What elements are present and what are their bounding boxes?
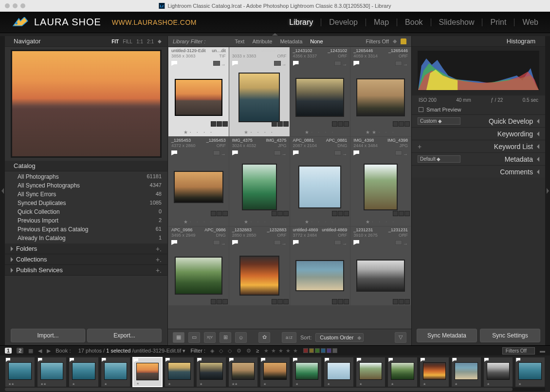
flag-icon[interactable]	[232, 240, 238, 245]
fs-thumbnail[interactable]	[391, 362, 414, 380]
folders-header[interactable]: Folders +.	[5, 243, 167, 254]
grid-cell[interactable]: untitled-3651untitled-36513033 x 3383ORF…	[229, 47, 290, 136]
fs-thumbnail[interactable]	[8, 362, 32, 380]
filmstrip-cell[interactable]: ★	[165, 357, 195, 387]
flag-icon[interactable]	[232, 150, 238, 155]
filter-dropdown-icon[interactable]: ◆	[393, 38, 397, 44]
filter-settings-icon[interactable]: ⚙	[237, 348, 241, 354]
survey-view-button[interactable]: ⊞	[220, 332, 231, 343]
flag-picked-filter-icon[interactable]: ◈	[210, 348, 214, 354]
fs-flag-icon[interactable]	[293, 358, 297, 362]
flag-icon[interactable]	[293, 240, 299, 245]
catalog-item[interactable]: Already In Catalog1	[5, 234, 167, 243]
monitor-2-button[interactable]: 2	[17, 348, 23, 354]
grid-cell[interactable]: _1243102_12431024356 x 3337ORF★ · · · ·	[290, 47, 350, 136]
thumbnail[interactable]	[175, 79, 222, 116]
grid-cell[interactable]: _1231231_12312313910 x 2675ORF	[350, 226, 411, 305]
navigator-header[interactable]: Navigator FITFILL1:12:1 ◆	[5, 36, 167, 47]
thumb-badge[interactable]	[213, 240, 220, 245]
flag-icon[interactable]	[293, 150, 299, 155]
grid-cell[interactable]: IMG_4398IMG_43982444 x 3484JPG★ · · · ·	[350, 137, 411, 226]
painter-button[interactable]: ✿	[258, 332, 270, 343]
rating[interactable]: ★★ · · ·	[350, 128, 411, 136]
thumb-badge[interactable]	[334, 150, 341, 155]
filmstrip-cell[interactable]: ★	[451, 357, 481, 387]
fs-flag-icon[interactable]	[165, 358, 170, 362]
export-button[interactable]: Export...	[87, 329, 162, 342]
collections-header[interactable]: Collections +.	[5, 254, 167, 265]
fs-flag-icon[interactable]	[229, 358, 234, 362]
fs-thumbnail[interactable]	[168, 362, 191, 380]
rating-comparator[interactable]: ≥	[256, 348, 259, 354]
thumbnail[interactable]	[356, 260, 405, 292]
stack-icon[interactable]	[342, 150, 347, 155]
module-web[interactable]: Web	[522, 18, 538, 27]
fs-flag-icon[interactable]	[197, 358, 202, 362]
grid-cell[interactable]: IMG_4375IMG_43753024 x 4032JPG★ · · · ·	[229, 137, 290, 226]
zoom-menu-icon[interactable]: ◆	[158, 38, 162, 44]
color-label-chip[interactable]	[332, 348, 337, 353]
filmstrip-cell[interactable]: ★	[324, 357, 354, 387]
thumb-badge[interactable]	[213, 61, 220, 66]
stack-icon[interactable]	[282, 61, 287, 66]
fs-thumbnail[interactable]	[423, 362, 446, 380]
traffic-min[interactable]	[13, 3, 18, 8]
fs-flag-icon[interactable]	[452, 358, 457, 362]
filmstrip-cell[interactable]: ★★	[228, 357, 258, 387]
fs-thumbnail[interactable]	[200, 362, 223, 380]
fs-flag-icon[interactable]	[6, 358, 10, 362]
fs-flag-icon[interactable]	[38, 358, 42, 362]
grid-cell[interactable]: untitled-4869untitled-48693772 x 2484ORF	[290, 226, 350, 305]
rating-filter[interactable]: ★ ★ ★ ★ ★	[264, 348, 298, 354]
folders-add-icon[interactable]: +.	[156, 245, 162, 253]
flag-unflagged-filter-icon[interactable]: ◇	[219, 348, 223, 354]
color-label-chip[interactable]	[309, 348, 314, 353]
people-view-button[interactable]: ☺	[235, 332, 247, 343]
grid-cell[interactable]: APC_0986APC_09863495 x 2949DNG	[168, 226, 229, 305]
flag-icon[interactable]	[232, 61, 238, 66]
quick-develop-title[interactable]: Quick Develop	[489, 117, 533, 125]
toolbar-menu-button[interactable]: ▽	[395, 332, 406, 343]
histogram-graph[interactable]	[418, 51, 539, 91]
filter-none[interactable]: None	[310, 38, 323, 44]
fs-flag-icon[interactable]	[102, 358, 106, 362]
thumb-badge[interactable]	[395, 61, 402, 66]
loupe-view-button[interactable]: ▭	[188, 332, 200, 343]
filmstrip-scrollbar[interactable]	[5, 388, 545, 391]
keywording-header[interactable]: Keywording	[412, 127, 545, 140]
thumb-badge[interactable]	[274, 61, 281, 66]
module-develop[interactable]: Develop	[329, 18, 358, 27]
rating[interactable]: ★ · · · ·	[168, 128, 229, 136]
filters-off-toggle[interactable]: Filters Off	[366, 38, 389, 44]
fs-filters-dropdown[interactable]: Filters Off	[502, 347, 535, 355]
nav-back-icon[interactable]: ◀	[38, 348, 42, 354]
module-library[interactable]: Library	[289, 18, 313, 27]
grid-tiny-icon[interactable]: ▦	[28, 348, 33, 354]
module-print[interactable]: Print	[490, 18, 506, 27]
filter-lock-icon[interactable]	[401, 38, 406, 44]
filter-metadata[interactable]: Metadata	[280, 38, 302, 44]
stack-icon[interactable]	[221, 61, 226, 66]
stack-icon[interactable]	[282, 150, 287, 155]
rating[interactable]: ★ · · · ·	[168, 217, 229, 226]
histogram-header[interactable]: Histogram	[412, 36, 545, 47]
flag-icon[interactable]	[293, 61, 299, 66]
monitor-1-button[interactable]: 1	[5, 348, 12, 354]
thumbnail[interactable]	[239, 256, 279, 296]
thumb-badge[interactable]	[334, 240, 341, 245]
fs-thumbnail[interactable]	[487, 362, 510, 380]
rating[interactable]: ★ · · · ·	[229, 217, 290, 226]
flag-icon[interactable]	[353, 61, 359, 66]
catalog-item[interactable]: All Sync Errors48	[5, 190, 167, 199]
catalog-item[interactable]: All Photographs61181	[5, 172, 167, 181]
grid-cell[interactable]: APC_0881APC_08812087 x 2104DNG★ · · · ·	[290, 137, 350, 226]
thumb-badge[interactable]	[274, 240, 281, 245]
catalog-item[interactable]: All Synced Photographs4347	[5, 181, 167, 190]
flag-rejected-filter-icon[interactable]: ◇	[228, 348, 232, 354]
fs-thumbnail[interactable]	[104, 362, 128, 380]
stack-icon[interactable]	[403, 240, 408, 245]
collapse-left[interactable]	[0, 36, 5, 345]
fs-flag-icon[interactable]	[70, 358, 74, 362]
thumbnail[interactable]	[298, 166, 341, 208]
thumb-badge[interactable]	[395, 240, 402, 245]
